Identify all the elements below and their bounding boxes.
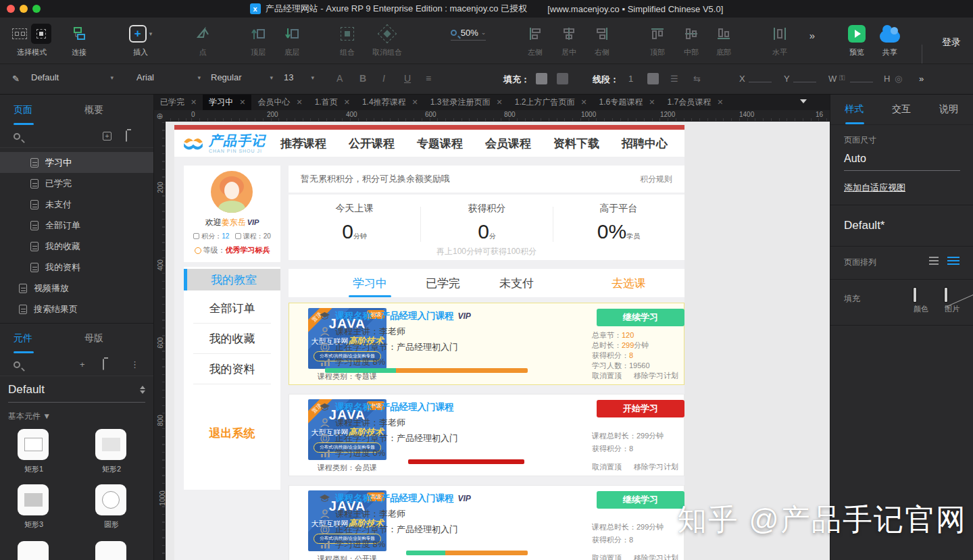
underline-button[interactable]: U xyxy=(404,73,411,84)
nav-open-courses[interactable]: 公开课程 xyxy=(349,136,395,151)
go-select-course-link[interactable]: 去选课 xyxy=(612,276,646,291)
nav-recommended[interactable]: 推荐课程 xyxy=(280,136,326,151)
avatar[interactable] xyxy=(211,171,253,213)
add-adaptive-views-link[interactable]: 添加自适应视图 xyxy=(844,182,905,194)
add-page-icon[interactable]: + xyxy=(103,132,111,141)
points-rules-link[interactable]: 积分规则 xyxy=(640,174,672,185)
nav-member-courses[interactable]: 会员课程 xyxy=(485,136,531,151)
align-center-button[interactable]: 居中 xyxy=(554,23,584,57)
tab-style[interactable]: 样式 xyxy=(830,103,878,116)
zoom-control[interactable]: 50%⌄ xyxy=(438,23,499,47)
align-page-center-icon[interactable] xyxy=(947,257,959,265)
widget-rect1[interactable] xyxy=(18,429,49,460)
unpin-link[interactable]: 取消置顶 xyxy=(592,462,622,472)
tab-notes[interactable]: 说明 xyxy=(925,103,972,116)
unpin-link[interactable]: 取消置顶 xyxy=(592,371,622,381)
point-tool-button[interactable]: 点 xyxy=(188,23,218,57)
site-logo[interactable]: 产品手记CHAN PIN SHOU JI xyxy=(181,134,266,153)
style-preset-select[interactable]: Default▾ xyxy=(31,72,114,82)
bring-to-front-button[interactable]: 顶层 xyxy=(243,23,273,57)
connect-button[interactable]: 连接 xyxy=(64,23,94,57)
page-item-finished[interactable]: 已学完 xyxy=(0,173,153,194)
close-icon[interactable]: ✕ xyxy=(296,98,302,107)
ungroup-button[interactable]: 取消组合 xyxy=(365,23,409,57)
close-icon[interactable]: ✕ xyxy=(580,98,587,107)
doc-tab[interactable]: 1.2上方广告页面✕ xyxy=(509,95,593,110)
widget-section-header[interactable]: 基本元件 ▼ xyxy=(8,411,153,422)
minimize-window-button[interactable] xyxy=(20,5,28,13)
widget-library-icon[interactable] xyxy=(103,359,104,370)
tab-finished[interactable]: 已学完 xyxy=(426,276,460,291)
maximize-window-button[interactable] xyxy=(32,5,41,13)
continue-learning-button[interactable]: 继续学习 xyxy=(597,309,684,326)
close-icon[interactable]: ✕ xyxy=(496,98,502,107)
unpin-link[interactable]: 取消置顶 xyxy=(592,553,622,560)
select-mode-button[interactable]: 选择模式 xyxy=(9,23,54,57)
tab-outline[interactable]: 概要 xyxy=(84,104,132,116)
kebab-menu-icon[interactable]: ⋮ xyxy=(130,359,139,370)
course-name[interactable]: 产品经理入门课程 xyxy=(381,402,454,412)
bold-button[interactable]: B xyxy=(359,73,366,84)
visibility-icon[interactable]: ◎ xyxy=(895,74,902,84)
x-input[interactable] xyxy=(749,82,772,82)
logout-button[interactable]: 退出系统 xyxy=(184,426,280,441)
page-item-video[interactable]: 视频播放 xyxy=(0,278,153,299)
align-page-left-icon[interactable] xyxy=(929,257,939,265)
page-item-orders[interactable]: 全部订单 xyxy=(0,215,153,236)
doc-tab[interactable]: 1.3登录注册页面✕ xyxy=(424,95,509,110)
remove-plan-link[interactable]: 移除学习计划 xyxy=(634,553,678,560)
font-size-select[interactable]: 13▾ xyxy=(284,72,314,82)
font-weight-select[interactable]: Regular▾ xyxy=(211,72,273,82)
doc-tab[interactable]: 已学完✕ xyxy=(154,95,203,110)
line-style-button[interactable]: ☰ xyxy=(670,74,678,84)
tab-pages[interactable]: 页面 xyxy=(14,104,61,116)
design-canvas[interactable]: 产品手记CHAN PIN SHOU JI 推荐课程 公开课程 专题课程 会员课程… xyxy=(166,122,830,560)
bullet-list-button[interactable]: ≡ xyxy=(426,73,431,84)
align-bottom-button[interactable]: 底部 xyxy=(709,23,739,57)
doc-tab[interactable]: 1.首页✕ xyxy=(309,95,356,110)
menu-item-profile[interactable]: 我的资料 xyxy=(184,358,280,380)
format-overflow-button[interactable]: » xyxy=(919,74,924,84)
fill-image-swatch[interactable] xyxy=(945,288,947,302)
widget-partial[interactable] xyxy=(18,541,49,560)
page-item-learning[interactable]: 学习中 xyxy=(0,152,153,173)
widget-circle[interactable] xyxy=(95,484,126,515)
doc-tab[interactable]: 1.4推荐课程✕ xyxy=(356,95,424,110)
font-color-button[interactable]: A xyxy=(336,73,343,84)
fill-color-swatch[interactable] xyxy=(914,288,916,302)
course-name[interactable]: 产品经理入门课程 xyxy=(381,311,454,321)
widget-partial[interactable] xyxy=(95,541,126,560)
font-family-select[interactable]: Arial▾ xyxy=(136,72,201,82)
single-select-icon[interactable] xyxy=(31,24,51,44)
nav-jobs[interactable]: 招聘中心 xyxy=(622,136,668,151)
line-color-swatch[interactable] xyxy=(647,73,659,84)
menu-item-favorites[interactable]: 我的收藏 xyxy=(184,328,280,349)
remove-plan-link[interactable]: 移除学习计划 xyxy=(634,371,678,381)
preview-button[interactable]: 预览 xyxy=(842,23,872,57)
italic-button[interactable]: I xyxy=(382,73,385,84)
page-item-search-results[interactable]: 搜索结果页 xyxy=(0,299,153,320)
close-window-button[interactable] xyxy=(7,5,15,13)
send-to-back-button[interactable]: 底层 xyxy=(277,23,307,57)
search-icon[interactable] xyxy=(14,361,20,368)
doc-tab[interactable]: 1.7会员课程✕ xyxy=(662,95,730,110)
align-left-button[interactable]: 左侧 xyxy=(520,23,550,57)
ruler-origin-icon[interactable]: ⊕ xyxy=(154,110,166,122)
add-widget-icon[interactable]: + xyxy=(80,359,85,370)
fill-opacity-swatch[interactable] xyxy=(557,73,568,84)
line-weight-value[interactable]: 1 xyxy=(628,74,633,84)
fill-color-swatch[interactable] xyxy=(536,73,547,84)
close-icon[interactable]: ✕ xyxy=(239,98,245,107)
remove-plan-link[interactable]: 移除学习计划 xyxy=(634,462,678,472)
widget-rect2[interactable] xyxy=(95,429,126,460)
close-icon[interactable]: ✕ xyxy=(344,98,350,107)
close-icon[interactable]: ✕ xyxy=(649,98,655,107)
group-button[interactable]: 组合 xyxy=(332,23,362,57)
continue-learning-button[interactable]: 继续学习 xyxy=(597,491,684,509)
page-size-select[interactable]: Auto xyxy=(844,146,960,171)
nav-downloads[interactable]: 资料下载 xyxy=(553,136,599,151)
align-top-button[interactable]: 顶部 xyxy=(643,23,672,57)
search-icon[interactable] xyxy=(14,133,20,140)
nav-topic-courses[interactable]: 专题课程 xyxy=(417,136,463,151)
distribute-horizontal-button[interactable]: 水平 xyxy=(765,23,795,57)
